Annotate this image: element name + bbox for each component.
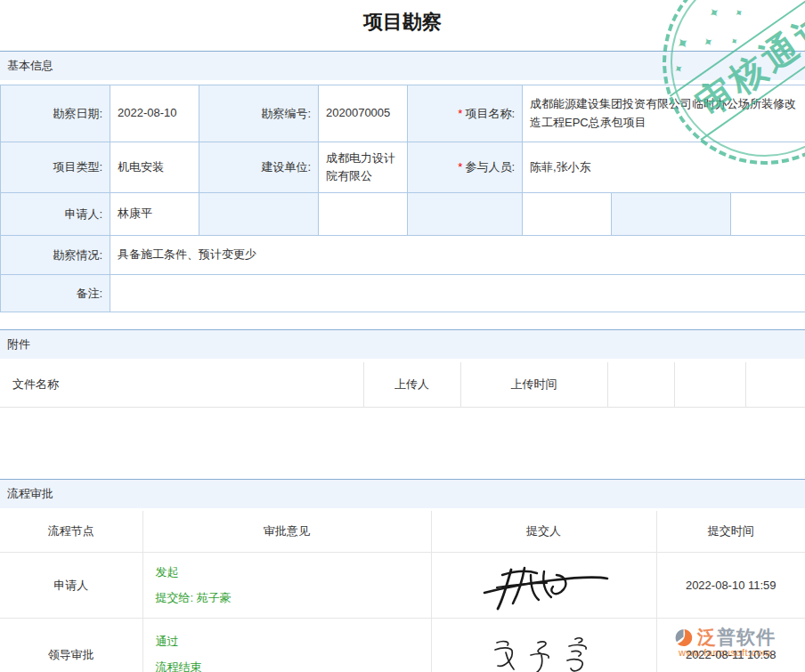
opinion-flow-end-link[interactable]: 流程结束 bbox=[156, 655, 431, 672]
opinion-submit-to-link[interactable]: 提交给: 苑子豪 bbox=[156, 586, 431, 611]
participants-value: 陈菲,张小东 bbox=[523, 142, 805, 193]
approval-signature-cell bbox=[431, 553, 656, 619]
attachments-col-empty bbox=[607, 362, 674, 407]
section-basic-info: 基本信息 bbox=[0, 51, 805, 80]
approval-node: 领导审批 bbox=[0, 619, 142, 672]
empty-value-cell bbox=[523, 193, 612, 236]
project-survey-page: { "page": { "title": "项目勘察" }, "stamp": … bbox=[0, 0, 805, 672]
approval-table: 流程节点 审批意见 提交人 提交时间 申请人 发起 提交给: 苑子豪 2022-… bbox=[0, 511, 805, 672]
section-approval-flow: 流程审批 bbox=[0, 479, 805, 508]
survey-date-value: 2022-08-10 bbox=[110, 85, 199, 142]
approval-col-opinion: 审批意见 bbox=[142, 511, 431, 553]
approval-node: 申请人 bbox=[0, 553, 142, 619]
opinion-initiate-link[interactable]: 发起 bbox=[156, 560, 431, 586]
project-type-value: 机电安装 bbox=[110, 142, 199, 193]
empty-label-cell bbox=[408, 193, 523, 236]
approval-row: 申请人 发起 提交给: 苑子豪 2022-08-10 11:59 bbox=[0, 553, 805, 619]
handwritten-signature-icon bbox=[486, 635, 602, 672]
approval-col-node: 流程节点 bbox=[0, 511, 142, 553]
project-type-label: 项目类型: bbox=[1, 142, 110, 193]
applicant-value: 林康平 bbox=[110, 193, 199, 236]
empty-value-cell bbox=[319, 193, 408, 236]
applicant-label: 申请人: bbox=[1, 193, 110, 236]
submit-time: 2022-08-10 11:59 bbox=[686, 579, 777, 592]
handwritten-signature-icon bbox=[477, 561, 611, 611]
basic-info-table: 勘察日期: 2022-08-10 勘察编号: 2020070005 *项目名称:… bbox=[0, 85, 805, 312]
attachments-table: 文件名称 上传人 上传时间 bbox=[0, 362, 805, 408]
attachments-col-filename: 文件名称 bbox=[0, 362, 363, 407]
project-name-value: 成都能源建设集团投资有限公司临时办公场所装修改造工程EPC总承包项目 bbox=[523, 85, 805, 142]
survey-no-label: 勘察编号: bbox=[199, 85, 319, 142]
build-unit-label: 建设单位: bbox=[199, 142, 319, 193]
approval-time-cell: 2022-08-11 10:58 bbox=[656, 619, 805, 672]
required-mark: * bbox=[458, 160, 462, 174]
survey-date-label: 勘察日期: bbox=[1, 85, 110, 142]
project-name-label: *项目名称: bbox=[408, 85, 523, 142]
approval-col-submit-time: 提交时间 bbox=[656, 511, 805, 553]
required-mark: * bbox=[458, 107, 462, 120]
survey-condition-value: 具备施工条件、预计变更少 bbox=[110, 236, 805, 275]
empty-value-cell bbox=[731, 193, 805, 236]
survey-condition-label: 勘察情况: bbox=[1, 236, 110, 275]
attachments-col-empty bbox=[745, 362, 805, 407]
attachments-col-uploader: 上传人 bbox=[363, 362, 460, 407]
participants-label: *参与人员: bbox=[408, 142, 523, 193]
submit-time: 2022-08-11 10:58 bbox=[686, 648, 777, 661]
section-attachments: 附件 bbox=[0, 329, 805, 359]
approval-col-submitter: 提交人 bbox=[431, 511, 656, 553]
page-title: 项目勘察 bbox=[0, 0, 805, 51]
participants-label-text: 参与人员: bbox=[465, 160, 515, 174]
approval-opinion: 通过 流程结束 bbox=[142, 619, 431, 672]
remark-label: 备注: bbox=[1, 275, 110, 312]
project-name-label-text: 项目名称: bbox=[465, 107, 515, 120]
opinion-pass-link[interactable]: 通过 bbox=[156, 629, 431, 655]
attachments-col-upload-time: 上传时间 bbox=[460, 362, 607, 407]
survey-no-value: 2020070005 bbox=[319, 85, 408, 142]
approval-time-cell: 2022-08-10 11:59 bbox=[656, 553, 805, 619]
attachments-col-empty bbox=[674, 362, 745, 407]
approval-signature-cell bbox=[431, 619, 656, 672]
approval-opinion: 发起 提交给: 苑子豪 bbox=[142, 553, 431, 619]
remark-value bbox=[110, 275, 805, 312]
empty-label-cell bbox=[612, 193, 731, 236]
empty-label-cell bbox=[199, 193, 319, 236]
build-unit-value: 成都电力设计院有限公 bbox=[319, 142, 408, 193]
approval-row: 领导审批 通过 流程结束 2022-08-11 10:58 bbox=[0, 619, 805, 672]
